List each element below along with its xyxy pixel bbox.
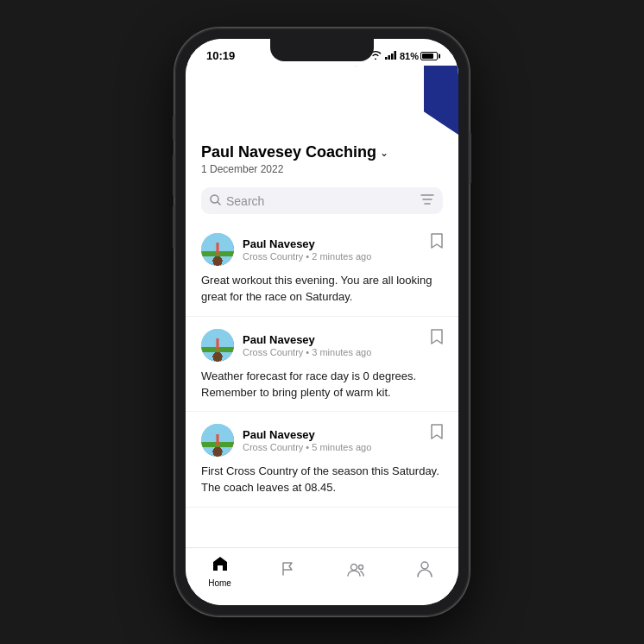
tab-home-label: Home bbox=[208, 578, 231, 588]
app-title-area: Paul Navesey Coaching ⌄ 1 December 2022 bbox=[186, 135, 458, 180]
post-meta: Paul Navesey Cross Country • 3 minutes a… bbox=[243, 333, 371, 357]
group-icon bbox=[347, 561, 366, 581]
feed-content: Paul Navesey Cross Country • 2 minutes a… bbox=[186, 221, 458, 547]
tab-home[interactable]: Home bbox=[199, 555, 242, 588]
header-banner bbox=[186, 66, 458, 135]
volume-up-button bbox=[173, 154, 175, 197]
bookmark-button[interactable] bbox=[431, 424, 443, 443]
post-subtitle: Cross Country • 3 minutes ago bbox=[243, 347, 371, 357]
post-header: Paul Navesey Cross Country • 2 minutes a… bbox=[201, 233, 443, 266]
home-icon bbox=[212, 555, 229, 577]
post-subtitle: Cross Country • 2 minutes ago bbox=[243, 251, 371, 262]
volume-down-button bbox=[173, 205, 175, 249]
filter-icon[interactable] bbox=[420, 193, 434, 208]
post-meta: Paul Navesey Cross Country • 5 minutes a… bbox=[243, 428, 371, 452]
svg-point-10 bbox=[358, 565, 363, 569]
tab-group[interactable] bbox=[335, 561, 378, 583]
post-author-row: Paul Navesey Cross Country • 2 minutes a… bbox=[201, 233, 371, 266]
post-subtitle: Cross Country • 5 minutes ago bbox=[243, 442, 371, 452]
search-container: Search bbox=[186, 180, 458, 221]
avatar bbox=[201, 233, 234, 266]
post-header: Paul Navesey Cross Country • 3 minutes a… bbox=[201, 329, 443, 362]
flag-icon bbox=[280, 560, 297, 582]
post-author-row: Paul Navesey Cross Country • 3 minutes a… bbox=[201, 329, 371, 362]
post-author-name: Paul Navesey bbox=[243, 428, 371, 441]
post-author-name: Paul Navesey bbox=[243, 237, 371, 250]
post-author-row: Paul Navesey Cross Country • 5 minutes a… bbox=[201, 424, 371, 457]
search-placeholder: Search bbox=[226, 194, 415, 208]
svg-point-11 bbox=[421, 562, 428, 569]
battery-icon: 81% bbox=[400, 51, 438, 61]
post-meta: Paul Navesey Cross Country • 2 minutes a… bbox=[243, 237, 371, 262]
power-button bbox=[469, 132, 471, 184]
status-icons: 81% bbox=[369, 51, 438, 61]
app-title: Paul Navesey Coaching bbox=[201, 143, 376, 161]
post-header: Paul Navesey Cross Country • 5 minutes a… bbox=[201, 424, 443, 457]
svg-point-9 bbox=[350, 564, 357, 570]
phone-screen: 10:19 bbox=[186, 39, 458, 605]
post-item: Paul Navesey Cross Country • 5 minutes a… bbox=[186, 412, 458, 508]
post-body: Weather forecast for race day is 0 degre… bbox=[201, 369, 443, 401]
svg-rect-3 bbox=[394, 51, 396, 60]
silent-switch bbox=[173, 115, 175, 141]
avatar-inner bbox=[201, 424, 234, 457]
avatar-figure bbox=[217, 243, 219, 255]
avatar-inner bbox=[201, 233, 234, 266]
svg-rect-0 bbox=[385, 57, 388, 60]
post-body: Great workout this evening. You are all … bbox=[201, 273, 443, 306]
tab-profile[interactable] bbox=[403, 560, 446, 584]
svg-rect-2 bbox=[391, 54, 394, 60]
phone-outer-shell: 10:19 bbox=[175, 28, 469, 616]
post-item: Paul Navesey Cross Country • 2 minutes a… bbox=[186, 221, 458, 317]
app-date: 1 December 2022 bbox=[201, 163, 443, 175]
banner-triangle-white bbox=[355, 66, 424, 135]
avatar-inner bbox=[201, 329, 234, 362]
phone-device: 10:19 bbox=[175, 28, 469, 616]
bookmark-button[interactable] bbox=[431, 233, 443, 252]
avatar bbox=[201, 329, 234, 362]
post-item: Paul Navesey Cross Country • 3 minutes a… bbox=[186, 317, 458, 413]
avatar-figure bbox=[217, 434, 219, 446]
svg-line-5 bbox=[218, 202, 220, 205]
status-time: 10:19 bbox=[206, 49, 235, 62]
battery-percent: 81% bbox=[400, 51, 419, 61]
search-icon bbox=[210, 194, 221, 208]
person-icon bbox=[417, 560, 432, 582]
app-title-row[interactable]: Paul Navesey Coaching ⌄ bbox=[201, 143, 443, 161]
bookmark-button[interactable] bbox=[431, 329, 443, 348]
chevron-down-icon: ⌄ bbox=[380, 147, 388, 159]
svg-rect-1 bbox=[388, 55, 390, 60]
avatar bbox=[201, 424, 234, 457]
tab-flag[interactable] bbox=[267, 560, 310, 584]
post-author-name: Paul Navesey bbox=[243, 333, 371, 346]
tab-bar: Home bbox=[186, 547, 458, 605]
post-body: First Cross Country of the season this S… bbox=[201, 464, 443, 496]
avatar-figure bbox=[217, 338, 219, 350]
notch bbox=[270, 39, 374, 61]
signal-icon bbox=[385, 51, 396, 61]
search-bar[interactable]: Search bbox=[201, 187, 443, 214]
